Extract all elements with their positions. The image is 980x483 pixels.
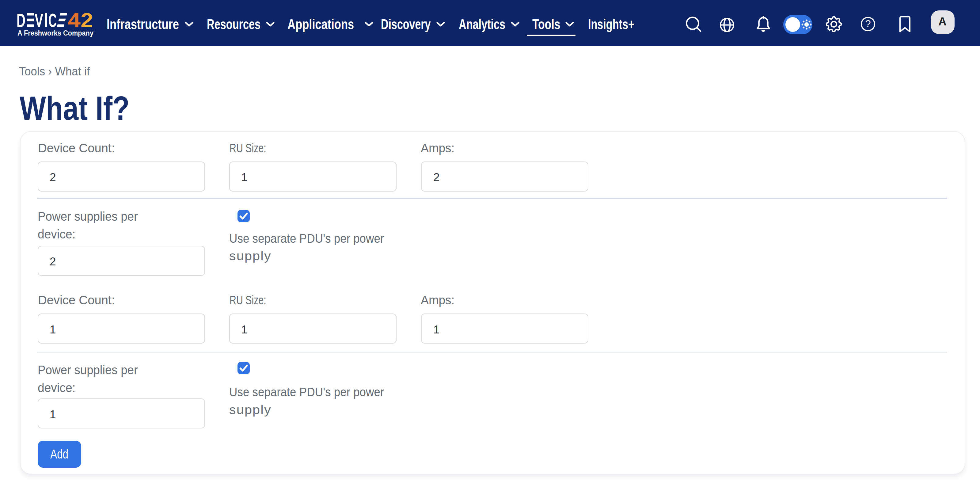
svg-text:4: 4 <box>68 11 81 32</box>
svg-text:2: 2 <box>81 11 93 32</box>
svg-text:A Freshworks Company: A Freshworks Company <box>18 29 94 37</box>
svg-text:V: V <box>35 11 43 31</box>
svg-text:D: D <box>17 11 25 31</box>
svg-text:?: ? <box>865 18 870 29</box>
svg-text:C: C <box>48 11 57 31</box>
